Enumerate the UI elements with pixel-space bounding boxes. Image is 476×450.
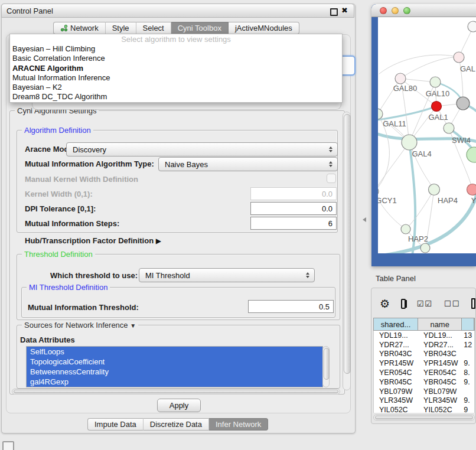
settings-scrollbar-thumb[interactable] xyxy=(344,114,351,374)
network-canvas[interactable]: GALGAL80GAL10GAL1GAL11SWI4GAL4GCY1HAP4YH… xyxy=(378,17,476,253)
aracne-mode-combobox[interactable]: Discovery xyxy=(66,142,338,156)
node-label: GAL10 xyxy=(426,89,449,98)
algorithm-option-mutual-information-inference[interactable]: Mutual Information Inference xyxy=(10,73,342,83)
network-node[interactable] xyxy=(430,77,441,87)
kernel-width-field[interactable]: 0.0 xyxy=(250,187,337,200)
table-cell: YBR043C xyxy=(374,350,418,358)
table-row[interactable]: YPR145WYPR145W9. xyxy=(374,358,474,368)
table-row[interactable]: YLR345WYLR345W9. xyxy=(374,396,474,406)
close-icon[interactable]: ✖ xyxy=(341,6,348,15)
sources-group-title: Sources for Network Inference xyxy=(24,321,128,330)
node-label: SWI4 xyxy=(452,136,471,145)
aracne-mode-value: Discovery xyxy=(67,145,327,154)
table-cell: YPR145W xyxy=(374,359,418,367)
table-row[interactable]: YDR27...YDR27...12 xyxy=(374,340,474,350)
attributes-scrollbar[interactable] xyxy=(322,346,330,387)
table-cell: YER054C xyxy=(374,369,418,377)
network-node[interactable] xyxy=(420,243,430,253)
bottom-tab-infer-network[interactable]: Infer Network xyxy=(209,418,268,431)
algorithm-option-basic-correlation-inference[interactable]: Basic Correlation Inference xyxy=(10,54,342,63)
hide-columns-icon[interactable]: ☐☐ xyxy=(444,299,460,308)
table-hscrollbar[interactable] xyxy=(373,415,475,420)
table-cell: 9. xyxy=(462,378,474,386)
which-threshold-combobox[interactable]: MI Threshold xyxy=(139,268,315,282)
combo-stepper-icon xyxy=(327,146,335,152)
algorithm-definition-title: Algorithm Definition xyxy=(22,126,93,135)
tab-cyni-toolbox[interactable]: Cyni Toolbox xyxy=(171,22,229,34)
attribute-item-betweennesscentrality[interactable]: BetweennessCentrality xyxy=(27,367,322,377)
dpi-tolerance-field[interactable]: 0.0 xyxy=(250,202,337,215)
table-cell: YBL079W xyxy=(374,387,418,396)
float-window-icon[interactable] xyxy=(330,8,338,16)
network-node[interactable] xyxy=(444,123,454,133)
dpi-tolerance-label: DPI Tolerance [0,1]: xyxy=(25,204,96,213)
table-row[interactable]: YDL19...YDL19...13 xyxy=(374,331,474,340)
zoom-traffic-light-icon[interactable] xyxy=(403,7,410,14)
network-node[interactable] xyxy=(401,224,410,234)
column-header-2[interactable] xyxy=(462,318,474,330)
apply-button[interactable]: Apply xyxy=(157,399,201,412)
minimize-traffic-light-icon[interactable] xyxy=(392,7,399,14)
network-node[interactable] xyxy=(467,184,476,195)
table-hscrollbar-thumb[interactable] xyxy=(375,416,473,419)
sources-group-toggle[interactable]: Sources for Network Inference ▼ xyxy=(22,321,138,330)
attribute-item-selfloops[interactable]: SelfLoops xyxy=(27,347,322,357)
algorithm-option-bayesian-k2[interactable]: Bayesian – K2 xyxy=(10,83,342,92)
table-cell: 8. xyxy=(462,369,474,377)
network-node[interactable] xyxy=(468,21,476,32)
table-body: YDL19...YDL19...13YDR27...YDR27...12YBR0… xyxy=(373,331,475,413)
network-edge xyxy=(378,142,409,191)
network-node[interactable] xyxy=(429,184,440,195)
manual-kernel-width-checkbox[interactable] xyxy=(327,174,336,183)
table-row[interactable]: YBR043CYBR043C xyxy=(374,350,474,359)
tab-select[interactable]: Select xyxy=(136,22,171,34)
control-panel-title: Control Panel xyxy=(6,6,53,15)
attributes-scrollbar-thumb[interactable] xyxy=(324,348,330,380)
tab-style[interactable]: Style xyxy=(106,22,136,34)
table-row[interactable]: YBR045CYBR045C9. xyxy=(374,377,474,387)
column-header-shared[interactable]: shared... xyxy=(374,318,418,330)
network-node[interactable] xyxy=(457,97,470,110)
split-columns-icon[interactable] xyxy=(401,299,406,309)
split-pane-collapse-icon[interactable] xyxy=(363,217,366,222)
network-node[interactable] xyxy=(454,52,464,63)
table-row[interactable]: YIL052CYIL052C9 xyxy=(374,405,474,413)
settings-scrollbar[interactable] xyxy=(343,112,351,390)
mi-steps-field[interactable]: 6 xyxy=(250,217,337,230)
tab-label: Infer Network xyxy=(216,419,261,430)
attribute-item-topologicalcoefficient[interactable]: TopologicalCoefficient xyxy=(27,357,322,367)
bottom-tab-impute-data[interactable]: Impute Data xyxy=(87,418,144,431)
table-cell: 9 xyxy=(462,406,474,413)
table-row[interactable]: YBL079WYBL079W xyxy=(374,387,474,396)
new-table-icon[interactable] xyxy=(471,298,475,309)
close-traffic-light-icon[interactable] xyxy=(380,7,387,14)
mi-algorithm-type-combobox[interactable]: Naive Bayes xyxy=(158,157,338,171)
combo-stepper-icon xyxy=(304,272,312,278)
network-node[interactable] xyxy=(402,135,417,150)
settings-hscrollbar[interactable] xyxy=(12,389,340,394)
attribute-item-gal4rgexp[interactable]: gal4RGexp xyxy=(27,377,322,387)
algorithm-dropdown-list: Bayesian – Hill ClimbingBasic Correlatio… xyxy=(10,44,342,102)
network-node[interactable] xyxy=(395,73,406,84)
tab-label: Network xyxy=(70,22,99,34)
settings-hscrollbar-thumb[interactable] xyxy=(14,390,338,393)
algorithm-option-dream8-dc-tdc-algorithm[interactable]: Dream8 DC_TDC Algorithm xyxy=(10,92,342,102)
threshold-definition-title: Threshold Definition xyxy=(22,250,95,259)
network-node[interactable] xyxy=(467,147,476,162)
show-columns-icon[interactable]: ☑☑ xyxy=(417,299,433,308)
network-node[interactable] xyxy=(432,102,442,112)
column-header-name[interactable]: name xyxy=(418,318,462,330)
gear-icon[interactable]: ⚙ xyxy=(380,298,390,309)
table-cell: YBR045C xyxy=(418,378,462,386)
node-label: HAP4 xyxy=(438,196,458,205)
table-row[interactable]: YER054CYER054C8. xyxy=(374,368,474,377)
tab-network[interactable]: Network xyxy=(53,22,106,34)
bottom-tab-discretize-data[interactable]: Discretize Data xyxy=(144,418,209,431)
minimized-panel-icon[interactable] xyxy=(2,441,14,450)
network-node[interactable] xyxy=(378,187,379,195)
mi-threshold-field[interactable]: 0.5 xyxy=(248,300,334,313)
algorithm-option-aracne-algorithm[interactable]: ARACNE Algorithm xyxy=(10,64,342,73)
tab-jactivemnodules[interactable]: jActiveMNodules xyxy=(229,22,299,34)
hub-factor-section-toggle[interactable]: Hub/Transcription Factor Definition ▶ xyxy=(25,236,161,245)
algorithm-option-bayesian-hill-climbing[interactable]: Bayesian – Hill Climbing xyxy=(10,44,342,54)
